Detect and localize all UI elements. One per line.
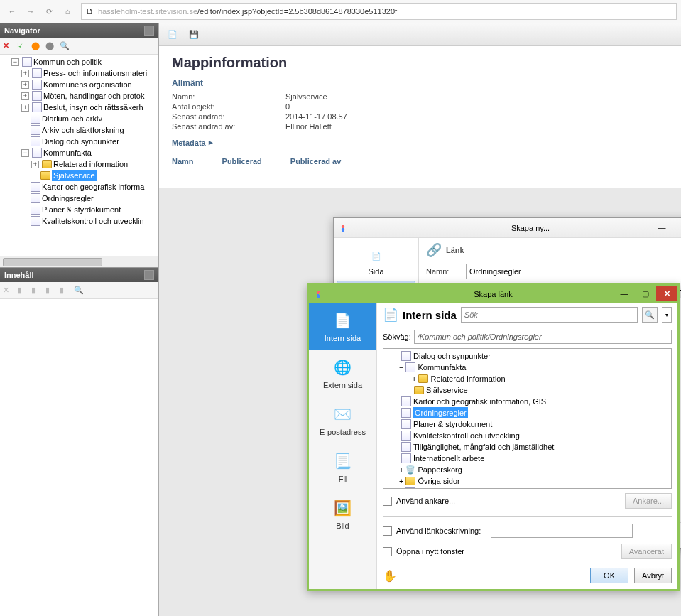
close-button[interactable]: ✕	[656, 286, 677, 301]
tree-item[interactable]: Press- och informationsmateri	[43, 67, 147, 79]
folder-icon	[405, 477, 415, 485]
type-sida[interactable]: 📄Sida	[337, 241, 415, 281]
tree-item[interactable]: Självservice	[426, 384, 468, 396]
tree-item[interactable]: Kommun och politik	[33, 56, 102, 67]
tree-item[interactable]: Beslut, insyn och rättssäkerh	[43, 102, 143, 113]
sokvag-input[interactable]	[414, 330, 672, 344]
label-sokvag: Sökväg:	[383, 333, 411, 341]
tree-item[interactable]: Nyheter	[418, 487, 445, 489]
innehall-header: Innehåll	[0, 268, 158, 282]
horizontal-scrollbar[interactable]	[0, 256, 158, 267]
url-host: hassleholm-test.sitevision.se	[98, 7, 197, 16]
page-icon	[401, 442, 411, 452]
avbryt-button[interactable]: Avbryt	[634, 568, 672, 583]
chevron-right-icon: ▸	[209, 138, 213, 147]
tree-item[interactable]: Arkiv och släktforskning	[42, 124, 124, 136]
flag-icon[interactable]: ⬤	[31, 41, 41, 51]
cut-icon[interactable]: ▮	[45, 286, 55, 296]
folder-icon	[42, 160, 52, 168]
maximize-button[interactable]: ▢	[635, 286, 656, 301]
tree-item[interactable]: Kartor och geografisk information, GIS	[413, 396, 546, 407]
label-anvand-ankare: Använd ankare...	[396, 497, 455, 505]
panel-options-icon[interactable]	[144, 270, 154, 280]
tree-item[interactable]: Dialog och synpunkter	[413, 350, 491, 362]
panel-options-icon[interactable]	[144, 26, 154, 36]
checkbox-lankbeskrivning[interactable]	[383, 526, 392, 536]
check-icon[interactable]: ☑	[17, 41, 27, 51]
delete-icon[interactable]: ✕	[3, 41, 13, 51]
tab-fil[interactable]: 📃Fil	[309, 443, 376, 490]
dialog-titlebar[interactable]: Skapa ny... — ▢ ✕	[334, 218, 681, 238]
java-icon	[338, 223, 348, 233]
url-bar[interactable]: 🗋 hassleholm-test.sitevision.se /editor/…	[81, 3, 677, 20]
tree-item[interactable]: Ordningsregler	[42, 193, 94, 204]
tree-item[interactable]: Planer & styrdokument	[42, 204, 121, 215]
tree-item[interactable]: Kvalitetskontroll och utvecklin	[42, 215, 144, 227]
search-input[interactable]	[461, 307, 638, 323]
tree-item[interactable]: Kartor och geografisk informa	[42, 181, 144, 193]
lankbeskrivning-input[interactable]	[491, 524, 633, 538]
link-icon: 🔗	[426, 242, 442, 258]
tree-item[interactable]: Diarium och arkiv	[42, 113, 102, 124]
tree-item[interactable]: Relaterad information	[53, 158, 128, 170]
dialog-titlebar[interactable]: Skapa länk — ▢ ✕	[309, 286, 677, 303]
namn-input[interactable]	[466, 264, 681, 279]
new-page-button[interactable]: 📄	[165, 27, 180, 43]
innehall-panel: Innehåll ✕ ▮ ▮ ▮ ▮ 🔍	[0, 268, 158, 616]
tab-extern-sida[interactable]: 🌐Extern sida	[309, 350, 376, 396]
tree-item[interactable]: Kvalitetskontroll och utveckling	[413, 430, 520, 441]
tree-item[interactable]: Möten, handlingar och protok	[43, 90, 144, 102]
tree-item[interactable]: Kommunens organisation	[43, 79, 132, 90]
metadata-toggle[interactable]: Metadata▸	[172, 138, 668, 147]
tree-item[interactable]: Kommunfakta	[43, 147, 92, 158]
innehall-toolbar: ✕ ▮ ▮ ▮ ▮ 🔍	[0, 282, 158, 299]
tree-item[interactable]: Övriga sidor	[418, 475, 459, 487]
page-icon	[405, 487, 415, 489]
home-button[interactable]: ⌂	[60, 4, 75, 19]
trash-icon: 🗑️	[405, 464, 415, 475]
tab-epostadress[interactable]: ✉️E-postadress	[309, 396, 376, 443]
zoom-icon[interactable]: 🔍	[74, 286, 84, 296]
minimize-button[interactable]: —	[614, 286, 635, 301]
label-lankbeskrivning: Använd länkbeskrivning:	[396, 526, 481, 535]
delete-icon[interactable]: ✕	[3, 286, 13, 296]
ankare-button[interactable]: Ankare...	[625, 493, 672, 509]
tab-intern-sida[interactable]: 📄Intern sida	[309, 303, 376, 350]
ok-button[interactable]: OK	[590, 568, 628, 583]
tree-item[interactable]: Dialog och synpunkter	[42, 136, 119, 147]
paste-icon[interactable]: ▮	[31, 286, 41, 296]
value-antal: 0	[285, 102, 290, 111]
tree-item[interactable]: Kommunfakta	[418, 362, 466, 373]
navigator-tree[interactable]: −Kommun och politik +Press- och informat…	[0, 55, 158, 256]
forward-button[interactable]: →	[23, 4, 38, 19]
search-icon[interactable]: 🔍	[60, 41, 70, 51]
checkbox-anvand-ankare[interactable]	[383, 497, 392, 506]
save-button[interactable]: 💾	[186, 27, 202, 43]
tree-item[interactable]: Tillgänglighet, mångfald och jämställdhe…	[413, 441, 554, 453]
accessibility-icon[interactable]: ✋	[383, 569, 397, 583]
back-button[interactable]: ←	[4, 4, 20, 19]
tree-item[interactable]: Planer & styrdokument	[413, 418, 492, 430]
tree-item[interactable]: Papperskorg	[418, 464, 462, 475]
tree-item[interactable]: Relaterad information	[430, 373, 505, 384]
pane-title: Intern sida	[403, 309, 457, 321]
checkbox-nytt-fonster[interactable]	[383, 547, 392, 556]
tab-bild[interactable]: 🖼️Bild	[309, 490, 376, 537]
page-tree[interactable]: Dialog och synpunkter −Kommunfakta +Rela…	[383, 348, 672, 489]
page-icon	[401, 419, 411, 429]
copy-icon[interactable]: ▮	[17, 286, 27, 296]
tree-item-selected[interactable]: Självservice	[52, 170, 97, 181]
tree-item[interactable]: Internationellt arbete	[413, 453, 484, 464]
minimize-button[interactable]: —	[649, 220, 675, 234]
maximize-button[interactable]: ▢	[675, 220, 681, 234]
search-button[interactable]: 🔍	[642, 307, 658, 323]
tree-item-selected[interactable]: Ordningsregler	[413, 407, 468, 418]
avancerat-button[interactable]: Avancerat	[621, 544, 672, 559]
page-icon	[401, 453, 411, 463]
duplicate-icon[interactable]: ▮	[60, 286, 70, 296]
reload-button[interactable]: ⟳	[41, 4, 57, 19]
circle-icon[interactable]: ⬤	[45, 41, 55, 51]
tree-toggle[interactable]: −	[11, 58, 19, 66]
page-icon	[31, 114, 40, 124]
search-dropdown[interactable]: ▾	[662, 307, 672, 323]
